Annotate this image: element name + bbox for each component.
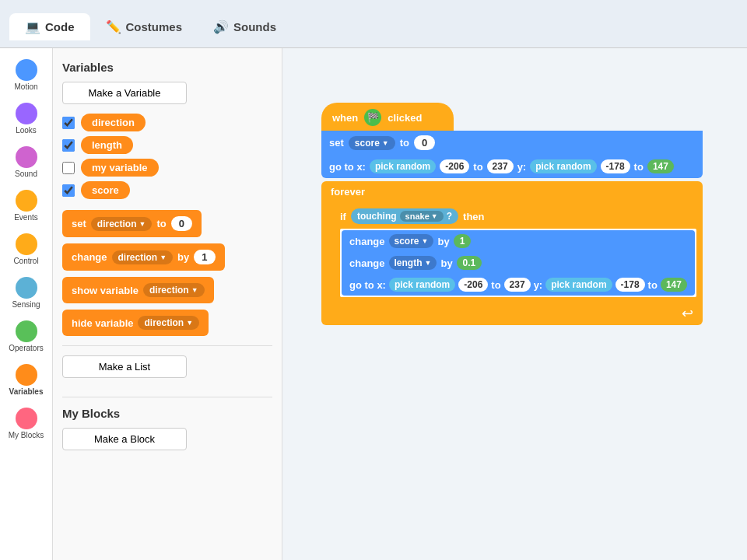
code-icon: 💻 xyxy=(25,19,40,34)
my-blocks-section-title: My Blocks xyxy=(62,407,272,420)
panel-divider-1 xyxy=(62,345,272,346)
touching-condition[interactable]: touching snake ▼ ? xyxy=(351,208,458,224)
my-blocks-dot xyxy=(16,408,37,429)
var-checkbox-length[interactable] xyxy=(62,139,75,152)
sidebar-item-operators[interactable]: Operators xyxy=(0,316,52,358)
sidebar-item-variables[interactable]: Variables xyxy=(0,359,52,401)
events-dot xyxy=(16,190,37,212)
operators-label: Operators xyxy=(9,344,43,353)
motion-label: Motion xyxy=(14,82,37,92)
score-dropdown[interactable]: score ▼ xyxy=(349,136,395,150)
operators-dot xyxy=(16,320,37,342)
tab-costumes[interactable]: ✏️ Costumes xyxy=(90,13,198,40)
sidebar-item-sensing[interactable]: Sensing xyxy=(0,272,52,314)
variables-section-title: Variables xyxy=(62,61,272,74)
make-block-button[interactable]: Make a Block xyxy=(62,428,187,450)
set-score-block[interactable]: set score ▼ to 0 xyxy=(321,131,703,155)
make-list-button[interactable]: Make a List xyxy=(62,355,187,378)
sound-dot xyxy=(16,146,37,168)
change-direction-block: change direction ▼ by 1 xyxy=(62,243,272,271)
code-canvas: when 🏁 clicked set score ▼ to 0 go to x:… xyxy=(282,48,747,560)
if-touching-block[interactable]: if touching snake ▼ ? then xyxy=(340,205,696,227)
main-layout: Motion Looks Sound Events Control Sensin… xyxy=(0,48,747,560)
set-direction-block: set direction ▼ to 0 xyxy=(62,210,272,237)
sensing-dot xyxy=(16,277,37,299)
my-blocks-label: My Blocks xyxy=(9,431,44,440)
block-group-main: when 🏁 clicked set score ▼ to 0 go to x:… xyxy=(321,103,703,325)
events-label: Events xyxy=(14,213,38,222)
sidebar-item-sound[interactable]: Sound xyxy=(0,142,52,184)
change-score-block[interactable]: change score ▼ by 1 xyxy=(342,230,695,252)
costumes-icon: ✏️ xyxy=(106,19,121,34)
sidebar-item-looks[interactable]: Looks xyxy=(0,98,52,140)
hide-variable-block: hide variable direction ▼ xyxy=(62,310,272,336)
sidebar-item-motion[interactable]: Motion xyxy=(0,54,52,96)
make-variable-button[interactable]: Make a Variable xyxy=(62,82,187,104)
var-row-score: score xyxy=(62,181,272,199)
var-pill-my-variable[interactable]: my variable xyxy=(81,159,159,177)
forever-block: forever if touching snake ▼ ? xyxy=(321,181,703,325)
var-row-my-variable: my variable xyxy=(62,159,272,177)
var-checkbox-my-variable[interactable] xyxy=(62,162,75,174)
variables-dot xyxy=(16,364,37,386)
control-dot xyxy=(16,233,37,255)
sidebar-item-control[interactable]: Control xyxy=(0,229,52,271)
flag-icon: 🏁 xyxy=(364,109,381,126)
var-pill-length[interactable]: length xyxy=(81,136,133,154)
set-label: set xyxy=(329,137,344,149)
var-checkbox-direction[interactable] xyxy=(62,117,75,129)
score-value: 0 xyxy=(414,135,435,150)
blocks-panel: Variables Make a Variable direction leng… xyxy=(53,48,282,560)
loop-arrow-icon: ↩ xyxy=(682,305,693,322)
tab-sounds[interactable]: 🔊 Sounds xyxy=(198,13,292,40)
categories-sidebar: Motion Looks Sound Events Control Sensin… xyxy=(0,48,53,560)
tab-code[interactable]: 💻 Code xyxy=(9,13,90,40)
var-row-length: length xyxy=(62,136,272,154)
if-body: change score ▼ by 1 change length ▼ by xyxy=(340,229,696,297)
forever-bottom: ↩ xyxy=(321,302,703,325)
panel-divider-2 xyxy=(62,397,272,397)
forever-body: if touching snake ▼ ? then xyxy=(321,202,703,302)
forever-label[interactable]: forever xyxy=(321,181,703,202)
var-pill-direction[interactable]: direction xyxy=(81,114,146,131)
if-block-wrapper: if touching snake ▼ ? then xyxy=(334,202,703,302)
to-label: to xyxy=(400,137,409,149)
clicked-label: clicked xyxy=(388,112,422,124)
top-tab-bar: 💻 Code ✏️ Costumes 🔊 Sounds xyxy=(0,0,747,48)
var-checkbox-score[interactable] xyxy=(62,184,75,197)
show-variable-block: show variable direction ▼ xyxy=(62,277,272,303)
sounds-icon: 🔊 xyxy=(213,19,229,34)
variables-label: Variables xyxy=(9,387,44,397)
goto-random-block-1[interactable]: go to x: pick random -206 to 237 y: pick… xyxy=(321,155,703,178)
sidebar-item-my-blocks[interactable]: My Blocks xyxy=(0,403,52,445)
sound-label: Sound xyxy=(15,170,37,179)
motion-dot xyxy=(16,59,37,81)
looks-label: Looks xyxy=(16,126,37,135)
looks-dot xyxy=(16,103,37,124)
var-pill-score[interactable]: score xyxy=(81,181,130,199)
when-label: when xyxy=(332,112,358,124)
when-clicked-hat[interactable]: when 🏁 clicked xyxy=(321,103,454,131)
var-row-direction: direction xyxy=(62,114,272,131)
sidebar-item-events[interactable]: Events xyxy=(0,185,52,227)
change-length-block[interactable]: change length ▼ by 0.1 xyxy=(342,252,695,274)
sensing-label: Sensing xyxy=(12,300,40,310)
scratch-canvas: when 🏁 clicked set score ▼ to 0 go to x:… xyxy=(282,48,747,560)
goto-random-block-2[interactable]: go to x: pick random -206 to 237 y: pick… xyxy=(342,274,695,296)
control-label: Control xyxy=(13,257,38,266)
